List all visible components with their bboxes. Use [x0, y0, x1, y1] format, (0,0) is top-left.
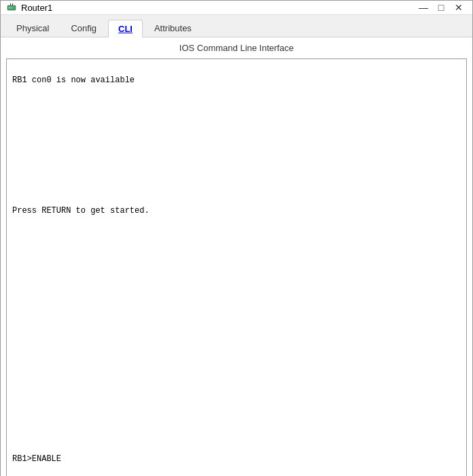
minimize-button[interactable]: — [415, 1, 432, 14]
svg-rect-4 [12, 3, 13, 5]
window-title: Router1 [21, 3, 52, 13]
tab-config[interactable]: Config [60, 19, 107, 37]
svg-point-2 [11, 7, 12, 9]
tab-bar: Physical Config CLI Attributes [1, 15, 472, 37]
title-bar: Router1 — □ ✕ [1, 1, 472, 15]
maximize-button[interactable]: □ [433, 1, 449, 14]
svg-rect-3 [10, 3, 11, 5]
cli-output[interactable]: RB1 con0 is now available Press RETURN t… [7, 59, 466, 476]
cli-press-return: Press RETURN to get started. [12, 206, 150, 216]
svg-point-1 [9, 7, 10, 9]
tab-cli[interactable]: CLI [108, 20, 143, 37]
title-bar-controls: — □ ✕ [415, 1, 467, 14]
tab-attributes[interactable]: Attributes [144, 19, 202, 37]
cli-enable: RB1>ENABLE [12, 454, 61, 464]
cli-container[interactable]: RB1 con0 is now available Press RETURN t… [6, 58, 467, 476]
tab-physical[interactable]: Physical [6, 19, 59, 37]
main-window: Router1 — □ ✕ Physical Config CLI Attrib… [0, 0, 473, 476]
router-icon [6, 2, 17, 13]
cli-line-1: RB1 con0 is now available [12, 75, 135, 85]
content-area: IOS Command Line Interface RB1 con0 is n… [1, 37, 472, 476]
close-button[interactable]: ✕ [451, 1, 467, 14]
title-bar-left: Router1 [6, 2, 52, 13]
panel-title: IOS Command Line Interface [6, 43, 467, 53]
